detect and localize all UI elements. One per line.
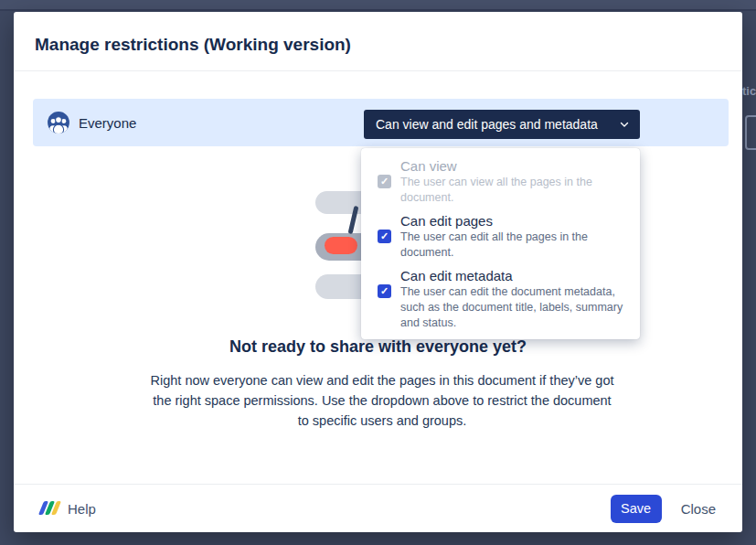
everyone-restriction-row: Everyone Can view and edit pages and met… (33, 99, 729, 146)
option-title: Can edit pages (400, 212, 627, 230)
help-label: Help (68, 501, 96, 517)
check-icon: ✓ (380, 175, 389, 188)
option-description: The user can edit the document metadata,… (400, 284, 627, 331)
check-icon: ✓ (380, 230, 389, 243)
menu-option-can-view: ✓ Can view The user can view all the pag… (361, 157, 640, 206)
can-edit-metadata-checkbox[interactable]: ✓ (378, 284, 391, 298)
background-page-text-fragment: tic (742, 84, 756, 98)
background-page-icon-outline (745, 115, 756, 150)
check-icon: ✓ (380, 284, 389, 298)
illustration-highlight-bar (325, 237, 357, 254)
option-description: The user can view all the pages in the d… (400, 175, 627, 206)
chevron-down-icon (618, 118, 631, 131)
dialog-footer: Help Save Close (14, 484, 742, 532)
menu-option-can-edit-pages[interactable]: ✓ Can edit pages The user can edit all t… (361, 212, 640, 261)
header-divider (14, 70, 742, 71)
empty-state-heading: Not ready to share with everyone yet? (14, 337, 742, 357)
people-group-icon (47, 111, 70, 134)
empty-state-body: Right now everyone can view and edit the… (149, 370, 615, 431)
close-button[interactable]: Close (681, 501, 716, 517)
help-link[interactable]: Help (39, 500, 96, 517)
option-title: Can view (400, 157, 627, 175)
can-edit-pages-checkbox[interactable]: ✓ (378, 230, 391, 243)
menu-option-can-edit-metadata[interactable]: ✓ Can edit metadata The user can edit th… (361, 267, 640, 331)
save-button[interactable]: Save (611, 495, 662, 523)
permission-dropdown-button[interactable]: Can view and edit pages and metadata (364, 110, 640, 139)
dialog-title: Manage restrictions (Working version) (35, 35, 351, 55)
background-top-nav (0, 0, 756, 11)
manage-restrictions-dialog: Manage restrictions (Working version) Ev… (14, 12, 742, 532)
permission-dropdown-menu: ✓ Can view The user can view all the pag… (361, 148, 640, 339)
principal-name: Everyone (79, 115, 136, 131)
help-logo-icon (39, 500, 59, 517)
option-description: The user can edit all the pages in the d… (400, 230, 627, 261)
option-title: Can edit metadata (400, 267, 627, 284)
permission-dropdown-label: Can view and edit pages and metadata (376, 117, 611, 132)
can-view-checkbox: ✓ (378, 175, 391, 188)
